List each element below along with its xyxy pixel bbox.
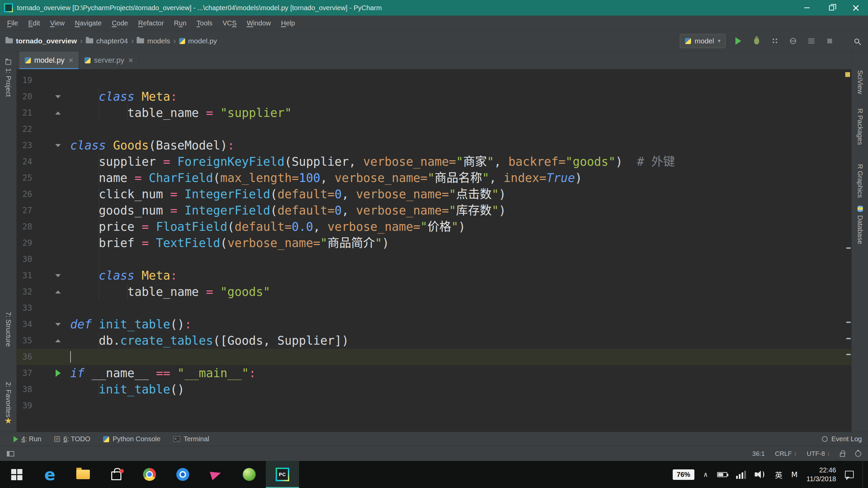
code-line-35[interactable]: 35 db.create_tables([Goods, Supplier]) <box>17 332 851 349</box>
code-line-34[interactable]: 34def init_table(): <box>17 316 851 332</box>
close-button[interactable]: × <box>844 0 868 16</box>
code-line-21[interactable]: 21 table_name = "supplier" <box>17 105 851 121</box>
code-line-33[interactable]: 33 <box>17 300 851 316</box>
taskbar-edge-button[interactable]: e <box>33 461 66 488</box>
stripe-mark[interactable] <box>846 354 851 355</box>
tab-server-py[interactable]: server.py× <box>79 52 139 69</box>
breadcrumb-item-tornado-overview[interactable]: tornado_overview <box>5 37 77 45</box>
code-line-23[interactable]: 23class Goods(BaseModel): <box>17 137 851 154</box>
code-line-27[interactable]: 27 goods_num = IntegerField(default=0, v… <box>17 202 851 219</box>
show-desktop-strip[interactable] <box>863 461 865 488</box>
menu-item-refactor[interactable]: Refactor <box>133 16 169 30</box>
battery-percent-badge[interactable]: 76% <box>673 469 694 480</box>
tool-button-database[interactable]: Database <box>852 206 868 244</box>
tool-button-7-structure[interactable]: 7: Structure <box>0 312 17 347</box>
menu-item-help[interactable]: Help <box>276 16 300 30</box>
code-line-36[interactable]: 36 <box>17 349 851 365</box>
taskbar-pycharm-button[interactable]: PC <box>266 461 299 488</box>
menu-item-edit[interactable]: Edit <box>23 16 45 30</box>
tool-window-button-6-todo[interactable]: 6: TODO <box>54 435 90 443</box>
breadcrumb-item-model-py[interactable]: model.py <box>179 37 217 45</box>
code-line-28[interactable]: 28 price = FloatField(default=0.0, verbo… <box>17 219 851 235</box>
close-icon[interactable]: × <box>68 56 73 65</box>
tool-window-button-python-console[interactable]: Python Console <box>103 435 160 443</box>
run-button[interactable] <box>732 35 744 47</box>
code-line-32[interactable]: 32 table_name = "goods" <box>17 284 851 300</box>
tool-button-r-graphics[interactable]: R Graphics <box>852 164 868 198</box>
volume-icon[interactable] <box>755 470 766 479</box>
stripe-mark[interactable] <box>846 338 851 339</box>
coverage-button[interactable] <box>769 35 781 47</box>
code-line-30[interactable]: 30 <box>17 251 851 267</box>
tool-window-button-terminal[interactable]: Terminal <box>173 435 209 443</box>
encoding-widget[interactable]: UTF-8 ↕ <box>807 450 830 458</box>
code-line-22[interactable]: 22 <box>17 121 851 137</box>
fold-end-icon[interactable] <box>55 339 61 342</box>
breadcrumb-item-models[interactable]: models <box>137 37 170 45</box>
inspections-indicator[interactable] <box>845 72 850 77</box>
debug-button[interactable] <box>751 35 762 47</box>
fold-collapse-icon[interactable] <box>55 95 61 98</box>
tray-expand-icon[interactable]: ∧ <box>703 470 708 479</box>
taskbar-store-button[interactable] <box>100 461 133 488</box>
stripe-mark[interactable] <box>846 322 851 323</box>
start-button[interactable] <box>0 461 33 488</box>
run-line-icon[interactable] <box>56 369 61 377</box>
code-line-37[interactable]: 37if __name__ == "__main__": <box>17 365 851 381</box>
highlighting-level-icon[interactable] <box>855 451 861 457</box>
tool-button-1-project[interactable]: 1: Project <box>0 60 17 97</box>
menu-item-code[interactable]: Code <box>107 16 133 30</box>
menu-item-run[interactable]: Run <box>169 16 192 30</box>
taskbar-chrome-button[interactable] <box>133 461 166 488</box>
fold-end-icon[interactable] <box>55 111 61 115</box>
stop-button[interactable] <box>824 35 835 47</box>
minimize-button[interactable] <box>795 0 819 16</box>
fold-collapse-icon[interactable] <box>55 144 61 147</box>
run-config-select[interactable]: model ▾ <box>680 34 726 48</box>
code-line-31[interactable]: 31 class Meta: <box>17 267 851 284</box>
code-line-25[interactable]: 25 name = CharField(max_length=100, verb… <box>17 170 851 186</box>
tool-window-button-4-run[interactable]: 4: Run <box>14 435 41 443</box>
ime-mode-indicator[interactable]: M <box>791 470 798 479</box>
ime-language-indicator[interactable]: 英 <box>775 469 783 480</box>
code-line-39[interactable]: 39 <box>17 398 851 414</box>
code-line-20[interactable]: 20 class Meta: <box>17 88 851 105</box>
code-line-19[interactable]: 19 <box>17 72 851 88</box>
edit-configurations-button[interactable] <box>806 35 817 47</box>
line-ending-widget[interactable]: CRLF ↕ <box>775 450 797 458</box>
network-icon[interactable] <box>736 470 746 479</box>
search-everywhere-button[interactable] <box>851 35 863 47</box>
caret-position[interactable]: 36:1 <box>752 450 765 458</box>
code-line-29[interactable]: 29 brief = TextField(verbose_name="商品简介"… <box>17 235 851 251</box>
taskbar-browser-button[interactable] <box>166 461 199 488</box>
toolwindow-toggle-icon[interactable] <box>7 451 14 456</box>
close-icon[interactable]: × <box>129 56 133 65</box>
readonly-lock-icon[interactable] <box>840 453 845 457</box>
event-log-button[interactable]: Event Log <box>822 435 862 443</box>
menu-item-view[interactable]: View <box>45 16 70 30</box>
menu-item-file[interactable]: File <box>2 16 23 30</box>
tool-button-2-favorites[interactable]: 2: Favorites <box>0 382 17 417</box>
code-line-24[interactable]: 24 supplier = ForeignKeyField(Supplier, … <box>17 154 851 170</box>
taskbar-media-button[interactable] <box>199 461 233 488</box>
fold-collapse-icon[interactable] <box>55 274 61 277</box>
menu-item-vcs[interactable]: VCS <box>218 16 242 30</box>
tool-button-r-packages[interactable]: R Packages <box>852 108 868 145</box>
menu-item-tools[interactable]: Tools <box>192 16 218 30</box>
fold-collapse-icon[interactable] <box>55 323 61 326</box>
restore-button[interactable] <box>819 0 844 16</box>
taskbar-security-button[interactable] <box>233 461 266 488</box>
battery-icon[interactable] <box>717 472 727 477</box>
action-center-icon[interactable] <box>845 471 854 478</box>
stripe-mark[interactable] <box>846 247 851 249</box>
fold-end-icon[interactable] <box>55 290 61 293</box>
code-line-26[interactable]: 26 click_num = IntegerField(default=0, v… <box>17 186 851 202</box>
menu-item-navigate[interactable]: Navigate <box>70 16 107 30</box>
profiler-button[interactable] <box>787 35 799 47</box>
breadcrumb-item-chapter04[interactable]: chapter04 <box>86 37 128 45</box>
menu-item-window[interactable]: Window <box>242 16 276 30</box>
tool-button-sciview[interactable]: SciView <box>852 70 868 94</box>
taskbar-explorer-button[interactable] <box>66 461 100 488</box>
tab-model-py[interactable]: model.py× <box>19 52 79 69</box>
error-stripe[interactable] <box>845 69 851 432</box>
